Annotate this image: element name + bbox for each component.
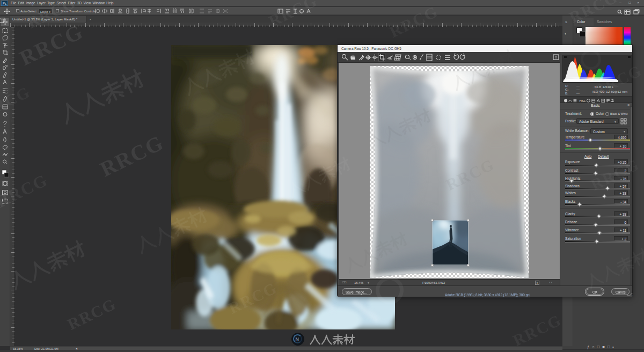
svg-text:HSL: HSL <box>580 99 587 102</box>
